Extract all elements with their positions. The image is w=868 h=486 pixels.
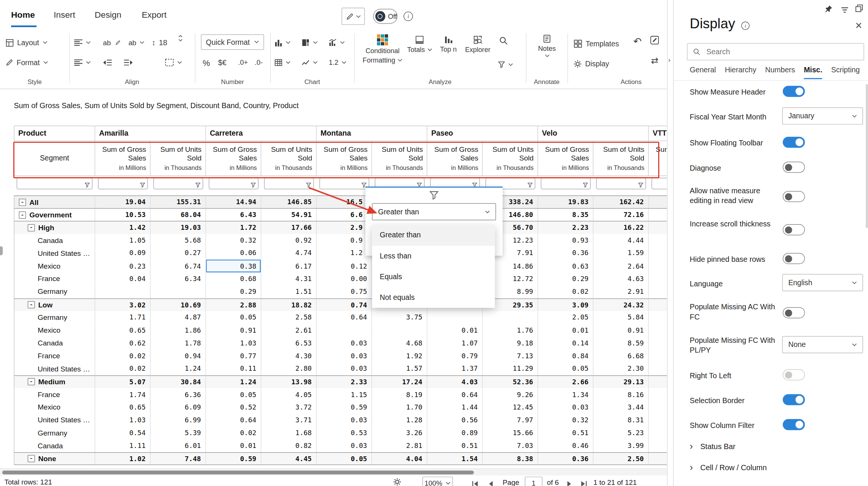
cell[interactable]: 4.68 — [372, 337, 427, 350]
cell[interactable]: 0.51 — [538, 426, 593, 439]
chevron-right-icon[interactable]: › — [690, 442, 693, 451]
next-page-button[interactable] — [567, 479, 572, 486]
cell[interactable]: 2.66 — [538, 376, 593, 388]
cell[interactable]: 4.31 — [261, 272, 317, 285]
cell[interactable]: 0.05 — [316, 453, 372, 465]
cell[interactable]: 5.23 — [593, 426, 649, 439]
cell[interactable]: 6.17 — [261, 260, 317, 272]
collapse-icon[interactable]: - — [28, 455, 35, 462]
toggle-show-measure-header[interactable] — [783, 86, 805, 97]
cell[interactable]: 0.02 — [206, 426, 261, 439]
column-header-paseo[interactable]: Paseo — [427, 126, 538, 141]
cell[interactable]: 0.12 — [316, 260, 372, 272]
toggle-selection-border[interactable] — [783, 394, 805, 405]
cell[interactable]: 6.99 — [151, 414, 206, 426]
cell[interactable]: 0.65 — [95, 324, 151, 337]
cell[interactable]: 0.46 — [538, 439, 593, 452]
row-label[interactable]: Germany — [14, 311, 95, 324]
measure-header[interactable]: Sum of Units Soldin Thousands — [151, 141, 206, 176]
measure-header[interactable]: Sum of Gross Salesin Millions — [427, 141, 483, 176]
cell[interactable]: 16.5 — [316, 196, 372, 208]
column-header-carretera[interactable]: Carretera — [206, 126, 317, 141]
cell[interactable]: 3.75 — [372, 311, 427, 324]
filter-input[interactable] — [596, 178, 646, 190]
cell[interactable]: 1.24 — [206, 376, 261, 388]
cell[interactable]: 0.91 — [206, 324, 261, 337]
cell[interactable]: 0.65 — [95, 401, 151, 414]
cell[interactable]: 0.59 — [316, 401, 372, 414]
cell[interactable]: 0.68 — [206, 272, 261, 285]
cell[interactable]: 2.9 — [316, 222, 372, 234]
cell[interactable]: 1.03 — [95, 414, 151, 426]
cell[interactable]: 0.05 — [538, 362, 593, 375]
cell[interactable]: 0.29 — [538, 272, 593, 285]
row-label[interactable]: France — [14, 272, 95, 285]
cell[interactable]: 1.78 — [151, 337, 206, 350]
cell[interactable]: 1.05 — [95, 234, 151, 247]
row-label[interactable]: France — [14, 350, 95, 362]
cell[interactable]: 0.03 — [316, 350, 372, 362]
left-resize-handle[interactable] — [0, 246, 3, 255]
cell[interactable]: 0.11 — [206, 362, 261, 375]
cell[interactable]: 0.05 — [206, 388, 261, 401]
cell[interactable]: 1.28 — [372, 414, 427, 426]
row-label[interactable]: Canada — [14, 234, 95, 247]
cell[interactable]: 0.9 — [316, 234, 372, 247]
column-header-vtt[interactable]: VTT — [649, 126, 667, 141]
cell[interactable]: 0.02 — [95, 362, 151, 375]
cell[interactable]: 0.32 — [538, 414, 593, 426]
cell[interactable] — [316, 324, 372, 337]
cell[interactable]: 3.99 — [593, 439, 649, 452]
cell[interactable] — [649, 401, 667, 414]
cell[interactable]: 10.69 — [151, 299, 206, 311]
cell[interactable]: 4.04 — [372, 453, 427, 465]
cell[interactable] — [649, 260, 667, 272]
cell[interactable]: 7.13 — [483, 350, 538, 362]
cell[interactable]: 6.68 — [593, 350, 649, 362]
cell[interactable]: 2.91 — [593, 285, 649, 298]
cell[interactable]: 0.84 — [538, 350, 593, 362]
cell[interactable]: 0.62 — [95, 337, 151, 350]
column-header-velo[interactable]: Velo — [538, 126, 649, 141]
filter-input[interactable] — [98, 178, 148, 190]
collapse-icon[interactable]: - — [19, 199, 26, 206]
cell[interactable]: 1.2 — [316, 247, 372, 260]
cell[interactable]: 0.03 — [316, 439, 372, 452]
panel-search-box[interactable] — [687, 43, 864, 61]
cell[interactable]: 0.27 — [151, 247, 206, 260]
cell[interactable]: 19.83 — [538, 196, 593, 208]
cell[interactable]: 3.26 — [372, 426, 427, 439]
toggle-right-to-left[interactable] — [783, 369, 805, 380]
cell[interactable]: 2.61 — [261, 324, 317, 337]
filter-input[interactable] — [209, 178, 258, 190]
cell[interactable]: 8.16 — [593, 388, 649, 401]
cell[interactable]: 1.57 — [372, 362, 427, 375]
cell[interactable]: 13.98 — [261, 376, 317, 388]
cell[interactable]: 2.23 — [538, 222, 593, 234]
cell[interactable]: 0.02 — [95, 350, 151, 362]
cell[interactable]: 1.86 — [151, 324, 206, 337]
cell[interactable]: 7.97 — [483, 414, 538, 426]
horizontal-scrollbar[interactable] — [0, 468, 667, 475]
cell[interactable] — [427, 311, 483, 324]
measure-header[interactable]: Sum of Gross Salesin Millions — [95, 141, 151, 176]
row-label[interactable]: United States … — [14, 247, 95, 260]
cell[interactable]: 0.06 — [206, 247, 261, 260]
panel-tab-scripting[interactable]: Scripting — [831, 66, 860, 79]
panel-tab-numbers[interactable]: Numbers — [765, 66, 795, 79]
row-label[interactable]: Mexico — [14, 324, 95, 337]
filter-input[interactable] — [651, 178, 667, 190]
cell[interactable] — [649, 247, 667, 260]
cell[interactable]: 6.43 — [206, 209, 261, 221]
filter-list-button[interactable] — [841, 6, 849, 15]
cell[interactable] — [649, 388, 667, 401]
cell[interactable]: 1.54 — [427, 453, 483, 465]
cell[interactable]: 4.74 — [261, 247, 317, 260]
cell[interactable] — [649, 376, 667, 388]
cell[interactable]: 11.29 — [483, 362, 538, 375]
panel-scrollbar[interactable] — [866, 84, 868, 228]
cell[interactable]: 1.34 — [538, 388, 593, 401]
cell[interactable]: 0.64 — [206, 414, 261, 426]
cell[interactable]: 3.09 — [538, 299, 593, 311]
row-dimension-header-segment[interactable]: Segment — [14, 141, 95, 176]
